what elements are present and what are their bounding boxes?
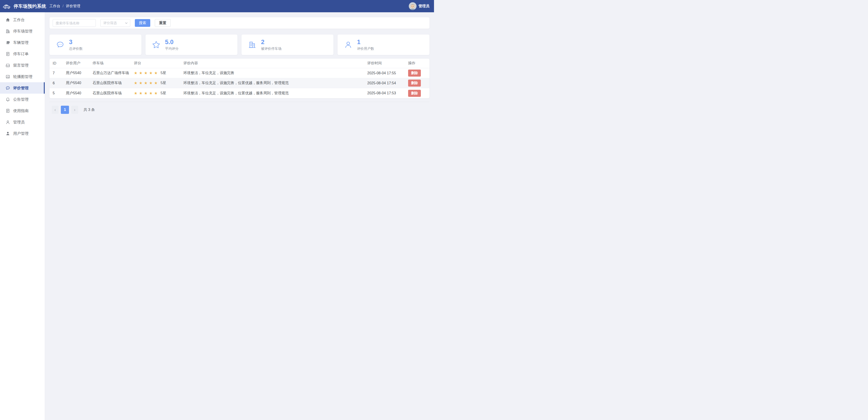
stat-label: 总评价数 [69, 47, 83, 51]
total-count-label: 共 3 条 [84, 108, 95, 112]
cell-content: 环境整洁，车位充足，设施完善，位置优越，服务周到，管理规范 [183, 81, 367, 85]
stat-value: 2 [261, 39, 281, 46]
column-header-content: 评价内容 [183, 61, 367, 66]
breadcrumb-separator: / [63, 4, 64, 8]
table-header-row: ID 评价用户 停车场 评分 评价内容 评价时间 操作 [50, 59, 430, 68]
cell-id: 7 [53, 71, 66, 75]
sidebar-item-announcements[interactable]: 公告管理 [0, 94, 45, 105]
sidebar-item-carousel[interactable]: 轮播图管理 [0, 71, 45, 82]
sidebar-item-orders[interactable]: 停车订单 [0, 48, 45, 60]
sidebar-item-admins[interactable]: 管理员 [0, 116, 45, 128]
column-header-lot: 停车场 [93, 61, 134, 66]
sidebar-item-messages[interactable]: 留言管理 [0, 60, 45, 71]
sidebar-item-vehicles[interactable]: 车辆管理 [0, 37, 45, 48]
reset-button[interactable]: 重置 [155, 19, 171, 27]
cell-user: 用户5540 [66, 91, 93, 96]
star-count-label: 5星 [160, 81, 166, 85]
bell-icon [5, 97, 10, 102]
star-icon [151, 40, 161, 50]
sidebar-item-label: 停车场管理 [13, 29, 32, 34]
column-header-time: 评价时间 [367, 61, 408, 66]
search-button[interactable]: 搜索 [135, 19, 150, 27]
next-page-button[interactable]: › [71, 106, 78, 114]
comment-icon [55, 40, 65, 50]
cell-lot: 石景山万达广场停车场 [93, 71, 134, 76]
prev-page-button[interactable]: ‹ [52, 106, 59, 114]
star-icon: ★ [154, 81, 158, 85]
cell-rating: ★★★★★ 5星 [134, 91, 183, 96]
reviews-table: ID 评价用户 停车场 评分 评价内容 评价时间 操作 7 用户5540 石景山… [50, 59, 430, 98]
admin-person-icon [5, 120, 10, 124]
sidebar-item-reviews[interactable]: 评价管理 [0, 82, 45, 94]
chat-bubble-icon [5, 86, 10, 90]
building-icon [5, 29, 10, 34]
star-icon: ★ [149, 91, 153, 96]
stat-card-average-rating: 5.0 平均评分 [146, 34, 238, 55]
star-icon: ★ [149, 71, 153, 76]
stat-card-rated-lots: 2 被评价停车场 [242, 34, 334, 55]
top-bar: 停车场预约系统 工作台 / 评价管理 管理员 [0, 0, 434, 12]
sidebar-item-label: 车辆管理 [13, 40, 29, 45]
star-icon: ★ [139, 81, 142, 85]
column-header-action: 操作 [408, 61, 426, 66]
stat-card-review-users: 1 评价用户数 [338, 34, 430, 55]
stat-card-total-reviews: 3 总评价数 [50, 34, 142, 55]
table-row: 5 用户5540 石景山医院停车场 ★★★★★ 5星 环境整洁，车位充足，设施完… [50, 88, 430, 98]
stat-value: 5.0 [165, 39, 179, 46]
rating-filter-placeholder: 评分筛选 [103, 21, 117, 25]
sidebar-item-label: 管理员 [13, 119, 25, 125]
star-icon: ★ [134, 81, 137, 85]
cell-user: 用户5540 [66, 71, 93, 76]
chevron-down-icon [125, 22, 128, 25]
delete-button[interactable]: 删除 [408, 90, 421, 97]
delete-button[interactable]: 删除 [408, 80, 421, 87]
cell-lot: 石景山医院停车场 [93, 91, 134, 96]
cell-time: 2025-08-04 17:55 [367, 71, 408, 75]
avatar[interactable] [409, 2, 416, 10]
sidebar-item-label: 停车订单 [13, 51, 29, 57]
user-icon [343, 40, 353, 50]
stat-value: 3 [69, 39, 83, 46]
cell-time: 2025-08-04 17:53 [367, 91, 408, 95]
car-logo-icon [3, 3, 11, 9]
sidebar-item-workbench[interactable]: 工作台 [0, 14, 45, 25]
cell-user: 用户5540 [66, 81, 93, 85]
star-icon: ★ [144, 91, 148, 96]
star-icon: ★ [144, 81, 148, 85]
stat-value: 1 [357, 39, 374, 46]
cell-lot: 石景山医院停车场 [93, 81, 134, 85]
order-document-icon [5, 52, 10, 56]
sidebar-item-guide[interactable]: 使用指南 [0, 105, 45, 116]
breadcrumb-workbench[interactable]: 工作台 [50, 4, 60, 9]
sidebar-item-label: 轮播图管理 [13, 74, 32, 79]
rating-filter-select[interactable]: 评分筛选 [100, 19, 130, 27]
stat-label: 评价用户数 [357, 47, 374, 51]
sidebar-item-label: 评价管理 [13, 85, 29, 91]
column-header-id: ID [53, 61, 66, 65]
star-icon: ★ [144, 71, 148, 76]
user-name: 管理员 [418, 4, 430, 9]
cell-content: 环境整洁，车位充足，设施完善 [183, 71, 367, 76]
star-count-label: 5星 [160, 91, 166, 96]
star-icon: ★ [149, 81, 153, 85]
app-title: 停车场预约系统 [13, 3, 46, 9]
star-icon: ★ [139, 91, 142, 96]
star-icon: ★ [139, 71, 142, 76]
search-bar: 评分筛选 搜索 重置 [50, 17, 430, 29]
star-icon: ★ [154, 91, 158, 96]
sidebar-item-users[interactable]: 用户管理 [0, 128, 45, 139]
delete-button[interactable]: 删除 [408, 69, 421, 77]
sidebar-item-parking-lots[interactable]: 停车场管理 [0, 25, 45, 37]
breadcrumb: 工作台 / 评价管理 [50, 4, 80, 9]
user-area[interactable]: 管理员 [409, 2, 430, 10]
sidebar-item-label: 公告管理 [13, 97, 29, 102]
table-row: 6 用户5540 石景山医院停车场 ★★★★★ 5星 环境整洁，车位充足，设施完… [50, 78, 430, 88]
stat-cards: 3 总评价数 5.0 平均评分 2 被评价停车场 1 评价用户数 [50, 34, 430, 55]
cell-rating: ★★★★★ 5星 [134, 71, 183, 76]
image-icon [5, 74, 10, 79]
page-number-button[interactable]: 1 [61, 106, 69, 114]
search-input[interactable] [53, 19, 96, 27]
cell-time: 2025-08-04 17:54 [367, 81, 408, 85]
star-count-label: 5星 [160, 71, 166, 76]
breadcrumb-current: 评价管理 [66, 4, 80, 9]
